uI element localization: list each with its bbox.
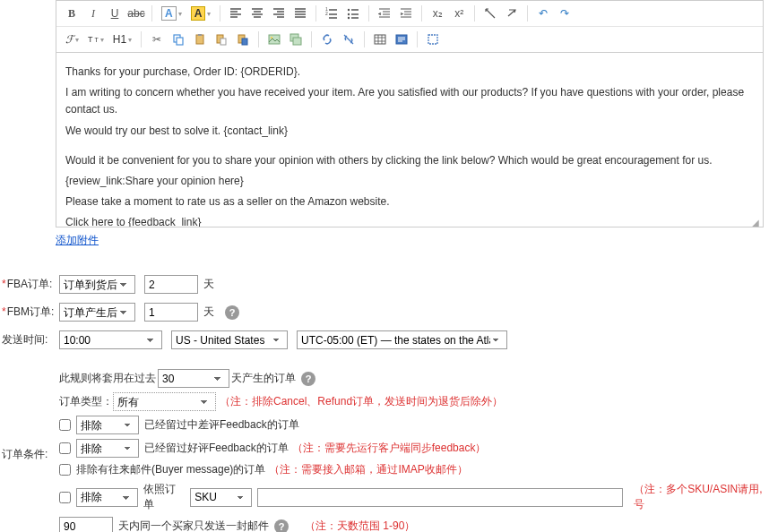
exclude4-by: 依照订单: [143, 482, 186, 512]
paste-button[interactable]: [190, 30, 210, 49]
fba-unit: 天: [203, 277, 214, 292]
exclude4-note: （注：多个SKU/ASIN请用,号: [634, 482, 769, 512]
add-attachment-link[interactable]: 添加附件: [56, 233, 99, 248]
order-type-note: （注：排除Cancel、Refund订单，发送时间为退货后除外）: [220, 394, 503, 409]
fbm-unit: 天: [203, 305, 214, 320]
source-button[interactable]: [392, 30, 411, 49]
exclude1-text: 已经留过中差评Feedback的订单: [144, 417, 299, 433]
resize-handle[interactable]: ◢: [752, 216, 761, 225]
editor-line: We would try our best to solve it. {cont…: [65, 123, 754, 140]
superscript-button[interactable]: x²: [449, 4, 469, 23]
sendtime-time-select[interactable]: 10:00: [59, 330, 162, 349]
svg-text:2: 2: [325, 11, 328, 16]
clear-format-button[interactable]: [502, 4, 522, 23]
help-icon[interactable]: ?: [274, 519, 289, 533]
sendtime-tz-select[interactable]: UTC-05:00 (ET) — the states on the Atla: [297, 330, 507, 349]
svg-rect-10: [220, 39, 226, 45]
svg-rect-17: [375, 35, 385, 44]
rule-suffix: 天产生的订单: [231, 371, 296, 386]
bg-color-button[interactable]: A▾: [187, 4, 215, 23]
outdent-button[interactable]: [375, 4, 394, 23]
italic-button[interactable]: I: [83, 4, 103, 23]
underline-button[interactable]: U: [105, 4, 125, 23]
ordered-list-button[interactable]: 12: [322, 4, 341, 23]
fbm-days-input[interactable]: [144, 303, 198, 322]
font-size-button[interactable]: TT▾: [84, 30, 108, 49]
exclude1-checkbox[interactable]: [59, 419, 71, 431]
editor-line: Would it be convenient for you to share …: [65, 152, 754, 169]
days-limit-text: 天内同一个买家只发送一封邮件: [118, 519, 269, 532]
exclude2-note: （注：需要先运行客户端同步feedback）: [292, 441, 487, 456]
editor-toolbar: B I U abc A▾ A▾ 12 x₂ x²: [56, 0, 764, 53]
sendtime-label: 发送时间:: [2, 332, 59, 348]
order-type-select[interactable]: 所有: [113, 392, 216, 411]
align-left-button[interactable]: [226, 4, 246, 23]
exclude3-text: 排除有往来邮件(Buyer message)的订单: [76, 462, 265, 477]
exclude4-select[interactable]: 排除: [76, 488, 138, 507]
svg-point-2: [348, 9, 350, 11]
align-justify-button[interactable]: [290, 4, 310, 23]
font-color-button[interactable]: A▾: [158, 4, 186, 23]
svg-rect-19: [428, 35, 437, 44]
editor-line: Please take a moment to rate us as a sel…: [65, 193, 754, 210]
exclude2-text: 已经留过好评Feedback的订单: [144, 441, 289, 456]
svg-rect-13: [269, 35, 280, 44]
table-button[interactable]: [370, 30, 390, 49]
svg-rect-7: [196, 35, 203, 44]
heading-button[interactable]: H1▾: [109, 30, 135, 49]
editor-line: {review_link:Share your opinion here}: [65, 173, 754, 190]
unlink-button[interactable]: [339, 30, 359, 49]
order-type-label: 订单类型：: [59, 394, 113, 409]
exclude4-value-input[interactable]: [257, 488, 623, 507]
image-button[interactable]: [264, 30, 284, 49]
redo-button[interactable]: ↷: [555, 4, 575, 23]
svg-point-3: [348, 13, 350, 15]
cond-label: 订单条件:: [2, 447, 59, 462]
svg-rect-16: [293, 38, 301, 45]
fba-days-input[interactable]: [144, 275, 198, 294]
svg-rect-8: [198, 34, 202, 36]
subscript-button[interactable]: x₂: [428, 4, 447, 23]
select-all-button[interactable]: [480, 4, 500, 23]
editor-line: Thanks for your purchase, Order ID: {ORD…: [65, 64, 754, 81]
multi-image-button[interactable]: [286, 30, 306, 49]
cut-button[interactable]: ✂: [147, 30, 167, 49]
exclude2-checkbox[interactable]: [59, 442, 71, 454]
svg-point-4: [348, 17, 350, 19]
indent-button[interactable]: [396, 4, 416, 23]
strikethrough-button[interactable]: abc: [126, 4, 146, 23]
days-limit-input[interactable]: [59, 517, 113, 532]
align-right-button[interactable]: [269, 4, 289, 23]
editor-line: Click here to {feedback_link}: [65, 214, 754, 227]
unordered-list-button[interactable]: [343, 4, 363, 23]
rule-prefix: 此规则将套用在过去: [59, 371, 156, 386]
fullscreen-button[interactable]: [423, 30, 443, 49]
copy-button[interactable]: [168, 30, 188, 49]
font-family-button[interactable]: ℱ▾: [62, 30, 82, 49]
paste-text-button[interactable]: [212, 30, 231, 49]
paste-word-button[interactable]: [233, 30, 253, 49]
fba-label: FBA订单:: [2, 277, 59, 292]
link-button[interactable]: [317, 30, 337, 49]
exclude2-select[interactable]: 排除: [76, 439, 139, 458]
exclude3-checkbox[interactable]: [59, 464, 71, 476]
rule-days-select[interactable]: 30: [158, 369, 229, 388]
days-limit-note: （注：天数范围 1-90）: [305, 519, 415, 532]
align-center-button[interactable]: [247, 4, 267, 23]
help-icon[interactable]: ?: [301, 372, 315, 386]
exclude4-checkbox[interactable]: [59, 492, 71, 503]
exclude1-select[interactable]: 排除: [76, 416, 139, 434]
fbm-trigger-select[interactable]: 订单产生后: [59, 303, 135, 322]
svg-rect-6: [177, 38, 183, 45]
sendtime-country-select[interactable]: US - United States: [171, 330, 288, 349]
help-icon[interactable]: ?: [225, 305, 239, 320]
undo-button[interactable]: ↶: [533, 4, 553, 23]
fbm-label: FBM订单:: [2, 305, 59, 320]
editor-content[interactable]: Thanks for your purchase, Order ID: {ORD…: [56, 53, 764, 227]
fba-trigger-select[interactable]: 订单到货后: [59, 275, 135, 294]
bold-button[interactable]: B: [62, 4, 82, 23]
exclude4-field-select[interactable]: SKU: [190, 488, 252, 507]
editor-line: I am writing to concern whether you have…: [65, 84, 754, 118]
svg-rect-12: [242, 39, 247, 45]
exclude3-note: （注：需要接入邮箱，通过IMAP收邮件）: [269, 462, 467, 477]
